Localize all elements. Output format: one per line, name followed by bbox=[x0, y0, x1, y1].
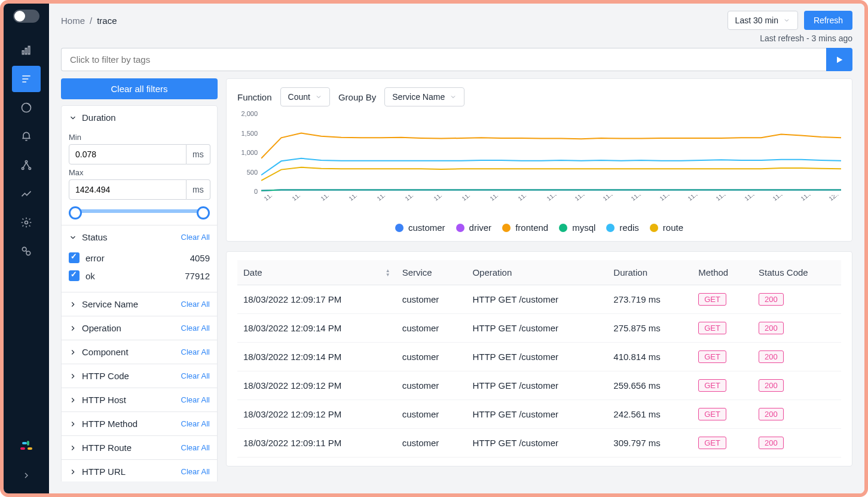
filter-clear[interactable]: Clear All bbox=[181, 371, 210, 380]
refresh-button[interactable]: Refresh bbox=[804, 11, 852, 30]
filter-header[interactable]: HTTP Method Clear All bbox=[62, 412, 217, 435]
legend-item[interactable]: mysql bbox=[559, 222, 595, 233]
table-row[interactable]: 18/03/2022 12:09:11 PM customer HTTP GET… bbox=[237, 429, 841, 458]
legend-label: frontend bbox=[515, 222, 548, 233]
filter-header[interactable]: Component Clear All bbox=[62, 340, 217, 364]
filter-header[interactable]: HTTP Code Clear All bbox=[62, 364, 217, 388]
filter-status: Status Clear All error 4059 ok 77912 bbox=[62, 225, 217, 292]
y-tick: 1,000 bbox=[241, 149, 258, 156]
filter-section: Component Clear All bbox=[62, 340, 217, 364]
legend-item[interactable]: route bbox=[650, 222, 683, 233]
col-operation[interactable]: Operation bbox=[466, 260, 607, 285]
filter-status-header[interactable]: Status Clear All bbox=[62, 225, 217, 249]
clear-all-filters-button[interactable]: Clear all filters bbox=[61, 78, 218, 99]
table-row[interactable]: 18/03/2022 12:09:14 PM customer HTTP GET… bbox=[237, 314, 841, 343]
run-query-button[interactable] bbox=[826, 48, 852, 71]
nav-metrics[interactable] bbox=[12, 37, 41, 63]
legend-item[interactable]: frontend bbox=[502, 222, 548, 233]
table-row[interactable]: 18/03/2022 12:09:14 PM customer HTTP GET… bbox=[237, 343, 841, 371]
nav-usage[interactable] bbox=[12, 181, 41, 207]
min-label: Min bbox=[69, 133, 210, 142]
nav-settings[interactable] bbox=[12, 209, 41, 236]
legend-item[interactable]: driver bbox=[456, 222, 492, 233]
filter-status-clear[interactable]: Clear All bbox=[181, 233, 210, 242]
function-select[interactable]: Count bbox=[280, 87, 330, 106]
y-tick: 500 bbox=[247, 169, 258, 176]
cell-status: 200 bbox=[753, 400, 841, 429]
filter-section: HTTP Code Clear All bbox=[62, 364, 217, 388]
nav-dashboards[interactable] bbox=[12, 94, 41, 121]
duration-slider[interactable] bbox=[71, 209, 207, 213]
cell-operation: HTTP GET /customer bbox=[466, 343, 607, 371]
cell-duration: 275.875 ms bbox=[607, 314, 692, 343]
chevron-right-icon bbox=[69, 348, 77, 356]
status-label: ok bbox=[85, 271, 95, 281]
sort-icon: ▲▼ bbox=[386, 269, 390, 277]
time-range-select[interactable]: Last 30 min bbox=[728, 11, 798, 30]
col-date[interactable]: Date▲▼ bbox=[237, 260, 396, 285]
col-service[interactable]: Service bbox=[396, 260, 467, 285]
nav-alerts[interactable] bbox=[12, 123, 41, 150]
sidebar-expand[interactable] bbox=[12, 462, 41, 489]
table-row[interactable]: 18/03/2022 12:09:12 PM customer HTTP GET… bbox=[237, 371, 841, 400]
filter-duration-header[interactable]: Duration bbox=[62, 106, 217, 129]
legend-item[interactable]: customer bbox=[395, 222, 445, 233]
chevron-down-icon bbox=[69, 114, 77, 122]
breadcrumb: Home / trace bbox=[61, 16, 117, 26]
duration-max-input[interactable] bbox=[69, 179, 187, 200]
filter-header[interactable]: Service Name Clear All bbox=[62, 292, 217, 316]
chevron-right-icon bbox=[69, 372, 77, 380]
col-duration[interactable]: Duration bbox=[607, 260, 692, 285]
filter-section: HTTP Method Clear All bbox=[62, 412, 217, 436]
filter-header[interactable]: Operation Clear All bbox=[62, 316, 217, 340]
svg-rect-0 bbox=[22, 51, 24, 54]
nav-traces[interactable] bbox=[12, 66, 41, 92]
table-row[interactable]: 18/03/2022 12:09:12 PM customer HTTP GET… bbox=[237, 400, 841, 429]
status-label: error bbox=[85, 253, 105, 263]
filter-clear[interactable]: Clear All bbox=[181, 347, 210, 356]
y-tick: 0 bbox=[254, 188, 258, 195]
filter-clear[interactable]: Clear All bbox=[181, 300, 210, 309]
breadcrumb-home[interactable]: Home bbox=[61, 16, 85, 26]
filter-clear[interactable]: Clear All bbox=[181, 467, 210, 476]
svg-point-7 bbox=[25, 161, 27, 163]
col-method[interactable]: Method bbox=[692, 260, 753, 285]
cell-operation: HTTP GET /customer bbox=[466, 314, 607, 343]
filter-clear[interactable]: Clear All bbox=[181, 419, 210, 428]
tag-filter-input[interactable] bbox=[61, 48, 826, 71]
filter-clear[interactable]: Clear All bbox=[181, 324, 210, 333]
x-tick: 12:00 p.m. bbox=[826, 195, 841, 213]
table-row[interactable]: 18/03/2022 12:09:17 PM customer HTTP GET… bbox=[237, 285, 841, 314]
cell-method: GET bbox=[692, 314, 753, 343]
cell-method: GET bbox=[692, 429, 753, 458]
filter-header[interactable]: HTTP Host Clear All bbox=[62, 388, 217, 411]
filter-clear[interactable]: Clear All bbox=[181, 395, 210, 404]
svg-point-11 bbox=[22, 247, 26, 251]
cell-duration: 259.656 ms bbox=[607, 371, 692, 400]
col-status[interactable]: Status Code bbox=[753, 260, 841, 285]
filter-header[interactable]: HTTP Route Clear All bbox=[62, 436, 217, 459]
group-by-select[interactable]: Service Name bbox=[384, 87, 464, 106]
nav-service-map[interactable] bbox=[12, 152, 41, 178]
checkbox[interactable] bbox=[69, 252, 80, 263]
filter-header[interactable]: HTTP URL Clear All bbox=[62, 460, 217, 481]
svg-rect-13 bbox=[27, 441, 29, 446]
cell-date: 18/03/2022 12:09:17 PM bbox=[237, 285, 396, 314]
legend-item[interactable]: redis bbox=[606, 222, 639, 233]
filter-clear[interactable]: Clear All bbox=[181, 443, 210, 452]
duration-min-input[interactable] bbox=[69, 144, 187, 164]
chevron-right-icon bbox=[69, 420, 77, 428]
cell-service: customer bbox=[396, 371, 467, 400]
checkbox[interactable] bbox=[69, 270, 80, 281]
cell-service: customer bbox=[396, 285, 467, 314]
legend-dot bbox=[650, 224, 658, 232]
method-badge: GET bbox=[698, 379, 726, 392]
nav-instrumentation[interactable] bbox=[12, 238, 41, 264]
dark-mode-toggle[interactable] bbox=[13, 10, 39, 23]
cell-date: 18/03/2022 12:09:14 PM bbox=[237, 314, 396, 343]
cell-method: GET bbox=[692, 371, 753, 400]
status-badge: 200 bbox=[759, 437, 784, 449]
chevron-down-icon bbox=[315, 93, 322, 100]
slack-icon[interactable] bbox=[12, 434, 41, 460]
filter-section: Operation Clear All bbox=[62, 316, 217, 340]
